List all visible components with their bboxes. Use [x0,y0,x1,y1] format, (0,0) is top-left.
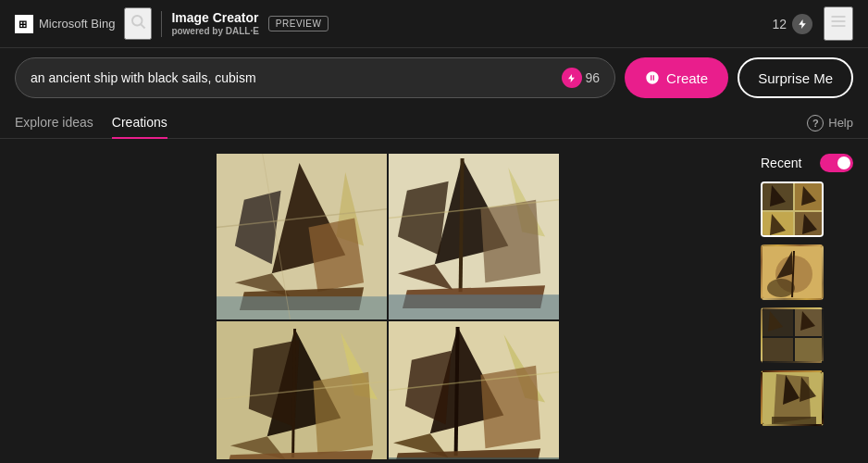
bing-logo-icon: ⊞ [15,15,33,33]
bing-brand-label: Microsoft Bing [39,17,115,31]
svg-rect-72 [772,417,816,426]
svg-rect-65 [795,338,824,363]
svg-rect-14 [217,296,387,319]
svg-rect-64 [763,338,793,363]
tab-creations[interactable]: Creations [112,107,167,139]
generated-image-4[interactable] [389,321,559,459]
help-label: Help [828,116,853,130]
svg-rect-25 [389,294,559,319]
boost-count-header: 12 [772,14,812,34]
image-grid-container [15,154,761,444]
recent-toggle[interactable] [820,154,853,172]
search-bar-area: 96 Create Surprise Me [0,48,868,107]
boost-badge[interactable]: 96 [562,68,601,88]
tab-creations-label: Creations [112,115,167,130]
tab-explore-ideas[interactable]: Explore ideas [15,107,93,139]
boost-number-header: 12 [772,17,787,31]
svg-marker-41 [480,366,540,449]
svg-marker-12 [308,219,364,293]
image-creator-title: Image Creator [171,10,258,26]
boost-icon-header [792,14,812,34]
svg-line-33 [293,329,295,457]
generated-image-2[interactable] [389,154,559,319]
preview-badge: PREVIEW [268,16,329,31]
svg-line-43 [456,327,458,456]
create-button[interactable]: Create [625,57,728,98]
recent-thumb-2[interactable] [761,244,824,300]
header-right: 12 [772,6,853,41]
image-grid [217,154,559,459]
generated-image-1[interactable] [217,154,387,319]
help-button[interactable]: ? Help [807,115,853,131]
bing-logo[interactable]: ⊞ Microsoft Bing [15,15,115,33]
recent-thumb-4[interactable] [761,370,824,426]
svg-text:⊞: ⊞ [19,19,27,30]
boost-count-label: 96 [586,70,601,85]
powered-by-label: powered by DALL·E [171,26,258,37]
svg-line-23 [461,158,463,292]
app-header: ⊞ Microsoft Bing Image Creator powered b… [0,0,868,48]
recent-thumbnails [761,181,853,426]
surprise-label: Surprise Me [758,70,833,86]
image-creator-section: Image Creator powered by DALL·E [171,10,258,37]
svg-marker-32 [313,372,373,456]
search-input-wrapper: 96 [15,57,615,98]
svg-line-3 [142,24,145,28]
nav-tabs: Explore ideas Creations ? Help [0,107,868,139]
recent-thumb-3[interactable] [761,307,824,363]
recent-label: Recent [761,156,801,170]
generated-image-3[interactable] [217,321,387,459]
header-left: ⊞ Microsoft Bing Image Creator powered b… [15,7,329,40]
header-divider [161,11,162,37]
boost-badge-icon [562,68,582,88]
recent-header: Recent [761,154,853,172]
svg-marker-21 [480,200,540,283]
tab-explore-label: Explore ideas [15,115,93,130]
search-input[interactable] [31,70,554,85]
surprise-button[interactable]: Surprise Me [738,57,853,98]
menu-button[interactable] [824,6,853,41]
help-icon: ? [807,115,824,131]
sidebar-recent: Recent [761,154,853,444]
main-content: Recent [0,139,868,459]
svg-point-2 [132,16,143,26]
search-button[interactable] [124,7,152,40]
svg-point-58 [767,279,795,297]
svg-rect-45 [389,457,559,459]
create-label: Create [666,70,708,86]
recent-thumb-1[interactable] [761,181,824,237]
